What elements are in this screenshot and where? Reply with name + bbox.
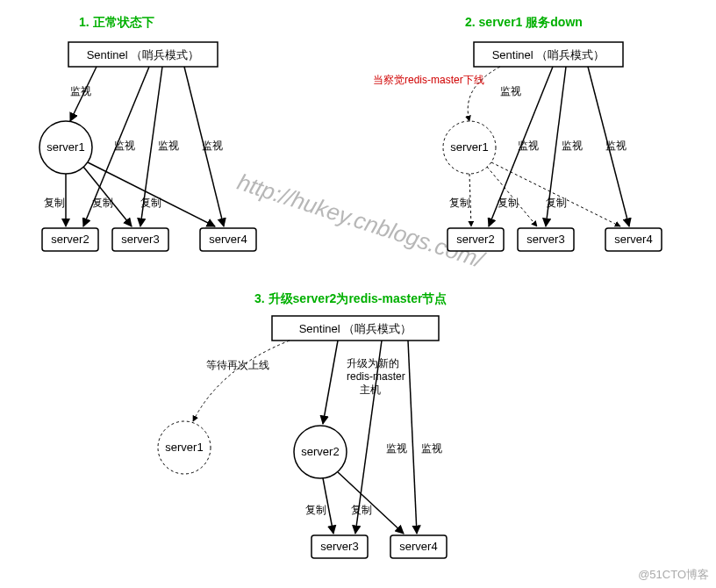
diagram-1-title: 1. 正常状态下 <box>79 15 154 29</box>
edge-label-monitor-2b: 监视 <box>518 140 539 152</box>
diagram-3: 3. 升级server2为redis-master节点 Sentinel （哨兵… <box>158 291 447 558</box>
svg-text:http://hukey.cnblogs.com/: http://hukey.cnblogs.com/ <box>234 169 489 274</box>
edge-label-rep-1c: 复制 <box>140 197 161 209</box>
detect-down-label: 当察觉redis-master下线 <box>373 74 484 86</box>
server3-label-3: server3 <box>320 540 358 553</box>
server4-label-1: server4 <box>209 233 247 246</box>
edge-label-rep-3a: 复制 <box>305 504 326 516</box>
edge-sentinel-s4-3 <box>408 341 417 534</box>
diagram-canvas: http://hukey.cnblogs.com/ 1. 正常状态下 Senti… <box>0 0 716 588</box>
edge-label-rep-3b: 复制 <box>351 504 372 516</box>
edge-label-rep-1b: 复制 <box>92 197 113 209</box>
watermark-text: http://hukey.cnblogs.com/ <box>234 169 489 274</box>
edge-label-monitor-3b: 监视 <box>421 442 442 455</box>
server1-label-3: server1 <box>165 441 203 454</box>
edge-label-monitor-1c: 监视 <box>158 140 179 152</box>
edge-sentinel-s1-3 <box>193 341 290 421</box>
diagram-3-title: 3. 升级server2为redis-master节点 <box>254 291 447 305</box>
edge-label-monitor-1b: 监视 <box>114 140 135 152</box>
edge-s2-s4-3 <box>338 472 404 534</box>
edge-s1-s4-2 <box>491 162 620 226</box>
corner-watermark: @51CTO博客 <box>638 567 709 583</box>
server2-label-3: server2 <box>301 445 339 458</box>
server4-label-2: server4 <box>614 233 652 246</box>
sentinel-label-2: Sentinel （哨兵模式） <box>492 48 605 61</box>
edge-label-monitor-2c: 监视 <box>562 140 583 152</box>
sentinel-label-1: Sentinel （哨兵模式） <box>87 48 200 61</box>
diagram-2-title: 2. server1 服务down <box>465 15 583 29</box>
edge-label-monitor-3a: 监视 <box>386 442 407 455</box>
edge-label-monitor-1a: 监视 <box>70 85 91 97</box>
edge-s1-s4-1 <box>88 162 215 226</box>
promote-line3: 主机 <box>360 384 381 396</box>
edge-label-monitor-1d: 监视 <box>202 140 223 152</box>
edge-label-rep-2c: 复制 <box>546 197 567 209</box>
diagram-2: 2. server1 服务down Sentinel （哨兵模式） server… <box>373 15 662 251</box>
server4-label-3: server4 <box>399 540 437 553</box>
server1-label-2: server1 <box>450 140 488 154</box>
edge-sentinel-s2-3 <box>323 341 338 424</box>
edge-label-rep-1a: 复制 <box>44 197 65 209</box>
server3-label-2: server3 <box>526 233 564 246</box>
server2-label-2: server2 <box>456 233 494 246</box>
edge-label-monitor-2a: 监视 <box>500 85 521 97</box>
promote-line1: 升级为新的 <box>347 357 399 369</box>
diagram-1: 1. 正常状态下 Sentinel （哨兵模式） server1 server2… <box>39 15 256 251</box>
server2-label-1: server2 <box>51 233 89 246</box>
sentinel-label-3: Sentinel （哨兵模式） <box>299 322 412 335</box>
edge-label-monitor-2d: 监视 <box>605 140 626 152</box>
server1-label-1: server1 <box>47 140 84 154</box>
server3-label-1: server3 <box>121 233 159 246</box>
edge-label-rep-2a: 复制 <box>449 197 470 209</box>
wait-online-label: 等待再次上线 <box>206 359 269 371</box>
edge-label-rep-2b: 复制 <box>498 197 519 209</box>
